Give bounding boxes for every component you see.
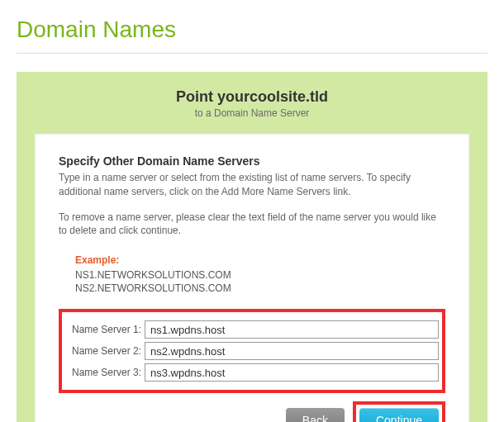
example-label: Example: [75, 254, 445, 266]
back-button[interactable]: Back [286, 408, 345, 422]
nameserver-input-2[interactable] [145, 342, 439, 360]
section-note: To remove a name server, please clear th… [59, 211, 445, 239]
continue-highlight: Continue [353, 401, 445, 422]
button-bar: Back Continue [59, 401, 445, 422]
page-title: Domain Names [17, 17, 487, 43]
divider [17, 53, 487, 54]
example-line-2: NS2.NETWORKSOLUTIONS.COM [75, 282, 445, 294]
nameserver-row: Name Server 2: [65, 342, 439, 360]
section-description: Type in a name server or select from the… [59, 171, 445, 199]
panel-header: Point yourcoolsite.tld to a Domain Name … [35, 88, 469, 119]
nameserver-label-3: Name Server 3: [65, 367, 145, 378]
nameserver-inputs-highlight: Name Server 1: Name Server 2: Name Serve… [59, 309, 445, 393]
panel-title: Point yourcoolsite.tld [35, 88, 469, 106]
panel-subtitle: to a Domain Name Server [35, 107, 469, 119]
nameserver-label-2: Name Server 2: [65, 345, 145, 357]
panel-inner: Specify Other Domain Name Servers Type i… [35, 134, 469, 422]
nameserver-label-1: Name Server 1: [65, 324, 145, 335]
nameserver-input-1[interactable] [145, 320, 439, 339]
example-line-1: NS1.NETWORKSOLUTIONS.COM [75, 269, 445, 281]
example-block: Example: NS1.NETWORKSOLUTIONS.COM NS2.NE… [75, 254, 445, 294]
nameserver-row: Name Server 3: [65, 363, 439, 382]
continue-button[interactable]: Continue [359, 408, 439, 422]
section-heading: Specify Other Domain Name Servers [59, 154, 445, 168]
panel-outer: Point yourcoolsite.tld to a Domain Name … [17, 72, 487, 422]
nameserver-input-3[interactable] [145, 363, 439, 382]
nameserver-row: Name Server 1: [65, 320, 439, 339]
